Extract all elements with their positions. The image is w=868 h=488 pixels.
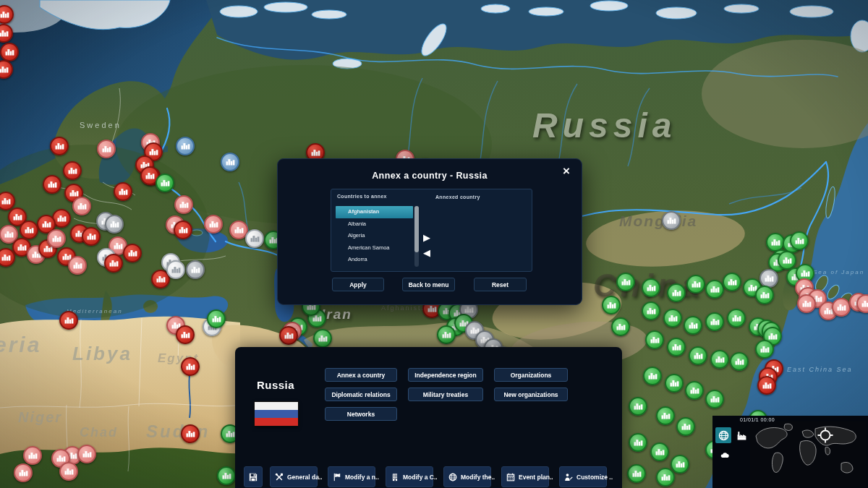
city-icon[interactable] [77,445,96,463]
city-icon[interactable] [667,338,686,356]
city-icon[interactable] [642,301,660,320]
city-icon[interactable] [727,309,746,328]
city-icon[interactable] [217,466,236,485]
city-icon[interactable] [629,433,647,452]
city-icon[interactable] [778,251,796,270]
city-icon[interactable] [790,231,809,250]
city-icon[interactable] [174,221,192,239]
country-list-item[interactable]: American Samoa [336,242,413,254]
save-button[interactable] [244,466,263,487]
toolbar-globe-button[interactable]: Modify the.. [443,466,491,487]
city-icon[interactable] [68,256,87,275]
independence-region-button[interactable]: Independence region [408,368,483,382]
city-icon[interactable] [123,244,142,262]
toolbar-building-button[interactable]: Modify a C.. [386,466,433,487]
city-icon[interactable] [0,24,13,43]
scrollbar-thumb[interactable] [414,206,419,252]
city-icon[interactable] [14,463,33,482]
city-icon[interactable] [663,309,682,328]
city-icon[interactable] [82,227,101,246]
city-icon[interactable] [797,294,816,313]
city-icon[interactable] [685,381,704,400]
city-icon[interactable] [114,182,132,201]
city-icon[interactable] [656,468,675,487]
minimap-world[interactable] [750,421,866,487]
city-icon[interactable] [0,5,14,24]
toolbar-tools-button[interactable]: General da.. [270,466,318,487]
city-icon[interactable] [629,397,647,416]
toolbar-flag-button[interactable]: Modify a n.. [328,466,375,487]
city-icon[interactable] [730,352,749,371]
move-left-icon[interactable]: ◀ [423,248,430,258]
city-icon[interactable] [59,462,78,481]
city-icon[interactable] [656,406,675,425]
back-to-menu-button[interactable]: Back to menu [402,278,455,291]
city-icon[interactable] [689,346,707,365]
city-icon[interactable] [705,390,724,408]
city-icon[interactable] [23,446,42,465]
minimap-globe-button[interactable] [715,427,731,443]
city-icon[interactable] [186,260,205,279]
country-list-item[interactable]: Afghanistan [336,206,413,218]
city-icon[interactable] [723,273,741,291]
reset-button[interactable]: Reset [474,278,527,291]
city-icon[interactable] [105,215,124,234]
city-icon[interactable] [313,329,332,348]
city-icon[interactable] [156,174,174,192]
city-icon[interactable] [245,229,264,248]
city-icon[interactable] [0,248,15,267]
city-icon[interactable] [279,326,298,345]
city-icon[interactable] [207,309,226,328]
networks-button[interactable]: Networks [325,407,397,421]
apply-button[interactable]: Apply [332,278,384,291]
city-icon[interactable] [181,357,200,376]
city-icon[interactable] [760,269,778,288]
city-icon[interactable] [757,376,776,395]
country-list-item[interactable]: Andorra [336,254,413,266]
city-icon[interactable] [645,330,664,349]
country-list-item[interactable]: Algeria [336,230,413,242]
city-icon[interactable] [710,350,729,369]
city-icon[interactable] [662,211,681,230]
city-icon[interactable] [63,161,82,180]
new-organizations-button[interactable]: New organizations [494,388,568,401]
city-icon[interactable] [0,60,13,79]
city-icon[interactable] [204,215,223,234]
city-icon[interactable] [602,296,621,314]
city-icon[interactable] [97,140,116,158]
city-icon[interactable] [705,280,724,299]
city-icon[interactable] [671,455,689,474]
city-icon[interactable] [642,278,660,297]
city-icon[interactable] [0,43,19,61]
city-icon[interactable] [72,197,91,215]
city-icon[interactable] [59,311,78,330]
city-icon[interactable] [437,325,456,344]
city-icon[interactable] [166,260,185,279]
close-icon[interactable]: × [563,165,570,177]
diplomatic-relations-button[interactable]: Diplomatic relations [325,388,397,401]
city-icon[interactable] [686,275,705,294]
country-list-item[interactable]: Albania [336,218,413,231]
city-icon[interactable] [667,283,686,302]
city-icon[interactable] [832,298,851,317]
city-icon[interactable] [174,195,193,214]
city-icon[interactable] [176,137,195,155]
minimap-factory-button[interactable] [733,427,749,443]
annex-a-country-button[interactable]: Annex a country [325,368,397,382]
city-icon[interactable] [50,137,69,155]
city-icon[interactable] [104,254,123,273]
city-icon[interactable] [221,153,239,171]
city-icon[interactable] [665,374,684,393]
organizations-button[interactable]: Organizations [494,368,568,382]
move-right-icon[interactable]: ▶ [423,233,430,243]
city-icon[interactable] [47,229,66,248]
city-icon[interactable] [627,464,646,483]
toolbar-person-button[interactable]: Customize .. [559,466,607,487]
city-icon[interactable] [611,317,630,336]
city-icon[interactable] [705,312,724,331]
city-icon[interactable] [676,417,695,436]
city-icon[interactable] [755,286,774,304]
city-icon[interactable] [643,367,662,385]
minimap-cloud-button[interactable] [717,446,733,462]
military-treaties-button[interactable]: Military treaties [408,388,483,401]
